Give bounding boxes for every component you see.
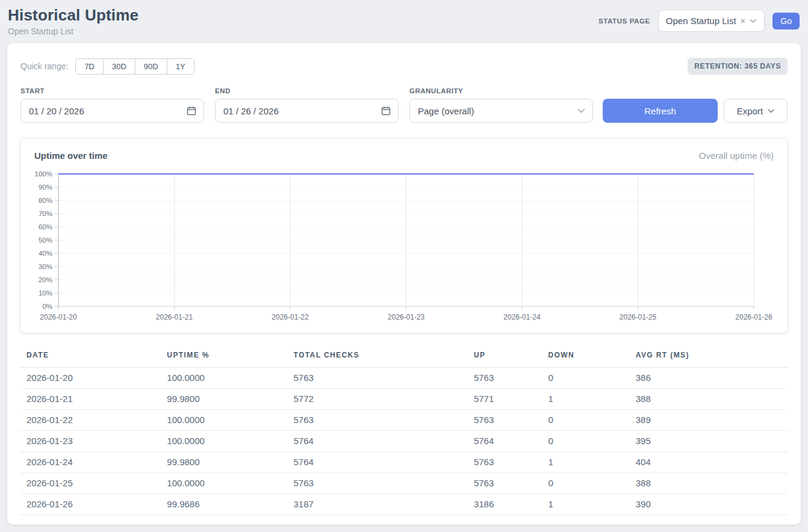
quick-range-1y[interactable]: 1Y	[167, 59, 194, 74]
svg-text:70%: 70%	[39, 210, 52, 217]
table-cell: 388	[636, 473, 788, 494]
calendar-icon[interactable]	[381, 106, 391, 116]
start-label: START	[20, 87, 204, 94]
header-controls: STATUS PAGE Open Startup List × Go	[598, 10, 800, 32]
column-header: AVG RT (MS)	[636, 347, 788, 368]
table-cell: 388	[636, 389, 788, 410]
svg-text:2026-01-22: 2026-01-22	[272, 313, 309, 321]
export-button[interactable]: Export	[724, 99, 788, 123]
svg-text:10%: 10%	[39, 289, 52, 297]
table-cell: 404	[636, 452, 788, 473]
clear-icon[interactable]: ×	[741, 16, 746, 25]
table-row: 2026-01-25100.0000576357630388	[20, 473, 788, 494]
column-header: UPTIME %	[167, 347, 293, 368]
table-row: 2026-01-22100.0000576357630389	[20, 410, 788, 431]
table-cell: 5763	[474, 410, 549, 431]
status-page-select[interactable]: Open Startup List ×	[658, 10, 765, 32]
table-row: 2026-01-2699.9686318731861390	[20, 494, 788, 515]
end-date-input[interactable]: 01 / 26 / 2026	[215, 99, 399, 123]
end-date-value: 01 / 26 / 2026	[223, 106, 279, 116]
calendar-icon[interactable]	[187, 106, 196, 116]
page-subtitle: Open Startup List	[8, 26, 138, 36]
svg-text:30%: 30%	[39, 263, 52, 270]
table-cell: 5764	[294, 431, 474, 452]
table-cell: 99.9686	[167, 494, 293, 515]
column-header: TOTAL CHECKS	[294, 347, 474, 368]
retention-badge: RETENTION: 365 DAYS	[688, 58, 788, 75]
table-cell: 99.9800	[167, 452, 293, 473]
table-cell: 100.0000	[167, 410, 293, 431]
svg-text:60%: 60%	[39, 223, 52, 230]
table-row: 2026-01-20100.0000576357630386	[20, 368, 788, 389]
table-cell: 5771	[474, 389, 549, 410]
table-cell: 2026-01-21	[20, 389, 167, 410]
table-cell: 100.0000	[167, 473, 293, 494]
start-date-input[interactable]: 01 / 20 / 2026	[20, 99, 204, 123]
uptime-table-body: 2026-01-20100.00005763576303862026-01-21…	[20, 368, 788, 515]
quick-range-label: Quick range:	[20, 61, 68, 71]
table-cell: 1	[548, 389, 635, 410]
table-row: 2026-01-2499.9800576457631404	[20, 452, 788, 473]
table-cell: 2026-01-20	[20, 368, 167, 389]
uptime-chart: 0%10%20%30%40%50%60%70%80%90%100%2026-01…	[34, 168, 774, 323]
page-header: Historical Uptime Open Startup List STAT…	[0, 0, 808, 43]
table-cell: 1	[548, 452, 635, 473]
svg-text:50%: 50%	[39, 237, 52, 244]
table-cell: 5763	[294, 368, 474, 389]
table-cell: 3186	[474, 494, 549, 515]
table-cell: 2026-01-23	[20, 431, 167, 452]
granularity-select[interactable]: Page (overall)	[409, 99, 593, 123]
table-cell: 5764	[474, 431, 549, 452]
svg-text:2026-01-20: 2026-01-20	[40, 313, 77, 321]
table-cell: 5763	[474, 452, 549, 473]
table-cell: 5764	[294, 452, 474, 473]
granularity-label: GRANULARITY	[409, 87, 593, 94]
table-cell: 386	[636, 368, 788, 389]
table-cell: 3187	[294, 494, 474, 515]
table-cell: 395	[636, 431, 788, 452]
granularity-selected-value: Page (overall)	[418, 106, 474, 116]
table-row: 2026-01-2199.9800577257711388	[20, 389, 788, 410]
svg-text:2026-01-23: 2026-01-23	[388, 313, 425, 321]
svg-text:2026-01-25: 2026-01-25	[620, 313, 657, 321]
table-cell: 389	[636, 410, 788, 431]
start-date-value: 01 / 20 / 2026	[29, 106, 84, 116]
svg-text:100%: 100%	[35, 170, 52, 178]
quick-range-30d[interactable]: 30D	[103, 59, 135, 74]
go-button[interactable]: Go	[772, 13, 800, 29]
daily-uptime-table: DATEUPTIME %TOTAL CHECKSUPDOWNAVG RT (MS…	[20, 347, 788, 515]
table-cell: 100.0000	[167, 368, 293, 389]
chevron-down-icon	[750, 19, 757, 23]
table-cell: 0	[548, 368, 635, 389]
quick-range-90d[interactable]: 90D	[135, 59, 167, 74]
table-cell: 2026-01-22	[20, 410, 167, 431]
end-date-field-group: END 01 / 26 / 2026	[215, 87, 399, 123]
main-panel: Quick range: 7D 30D 90D 1Y RETENTION: 36…	[7, 43, 801, 525]
table-cell: 2026-01-24	[20, 452, 167, 473]
export-label: Export	[737, 106, 763, 116]
chevron-down-icon	[768, 109, 774, 113]
start-date-field-group: START 01 / 20 / 2026	[20, 87, 204, 123]
quick-range-row: Quick range: 7D 30D 90D 1Y RETENTION: 36…	[20, 58, 788, 75]
svg-text:80%: 80%	[39, 197, 52, 204]
daily-uptime-table-wrap: DATEUPTIME %TOTAL CHECKSUPDOWNAVG RT (MS…	[20, 347, 788, 515]
chart-title: Uptime over time	[34, 150, 108, 161]
svg-text:20%: 20%	[39, 276, 52, 283]
table-cell: 390	[636, 494, 788, 515]
uptime-chart-card: Uptime over time Overall uptime (%) 0%10…	[20, 138, 788, 333]
refresh-button[interactable]: Refresh	[603, 99, 718, 123]
svg-text:40%: 40%	[39, 250, 52, 257]
status-page-label: STATUS PAGE	[598, 17, 650, 25]
quick-range-7d[interactable]: 7D	[76, 59, 103, 74]
column-header: DOWN	[548, 347, 635, 368]
filter-fields-row: START 01 / 20 / 2026 END 01 / 26 / 2026 …	[20, 87, 788, 123]
table-header-row: DATEUPTIME %TOTAL CHECKSUPDOWNAVG RT (MS…	[20, 347, 788, 368]
granularity-field-group: GRANULARITY Page (overall)	[409, 87, 593, 123]
column-header: DATE	[20, 347, 167, 368]
svg-text:90%: 90%	[39, 184, 52, 191]
table-cell: 2026-01-25	[20, 473, 167, 494]
table-cell: 100.0000	[167, 431, 293, 452]
svg-text:2026-01-26: 2026-01-26	[735, 313, 772, 321]
chart-header: Uptime over time Overall uptime (%)	[34, 150, 774, 161]
table-cell: 99.9800	[167, 389, 293, 410]
